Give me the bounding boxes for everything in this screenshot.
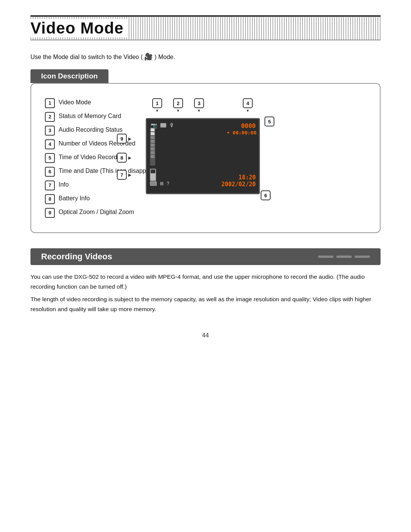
cam-timer-display: • 00:00:00: [227, 130, 256, 136]
callout-5: 5: [264, 117, 274, 126]
callout-7: 7: [117, 170, 127, 180]
header-dashes: [318, 256, 370, 258]
recording-body-1: You can use the DXG-502 to record a vide…: [30, 272, 381, 291]
icon-badge-8: 8: [45, 194, 55, 204]
icon-badge-1: 1: [45, 98, 55, 108]
callout-2: 2: [173, 98, 183, 108]
intro-text: Use the Mode dial to switch to the Video…: [30, 53, 381, 61]
cam-count-display: 0000: [241, 122, 256, 129]
cam-mic-icon: 🎙: [169, 122, 175, 128]
icon-label-8: Battery Info: [59, 194, 90, 203]
callout-9: 9: [117, 134, 127, 144]
callout-6: 6: [261, 190, 271, 200]
icon-description-box: 1 2 3 4 5 6 7: [30, 83, 381, 233]
list-item: 8 Battery Info: [45, 194, 366, 204]
icon-description-header: Icon Description: [30, 69, 108, 83]
icon-label-9: Optical Zoom / Digital Zoom: [59, 208, 134, 216]
camera-screen: 📷 🎙 0000 • 00:00:00: [146, 118, 260, 194]
icon-label-5: Time of Video Recorded: [59, 153, 124, 161]
icon-badge-2: 2: [45, 112, 55, 122]
page-title-bar: Video Mode: [30, 15, 381, 40]
icon-badge-4: 4: [45, 139, 55, 149]
icon-badge-5: 5: [45, 153, 55, 163]
list-item: 9 Optical Zoom / Digital Zoom: [45, 208, 366, 218]
page-number: 44: [30, 332, 381, 339]
recording-videos-section: Recording Videos You can use the DXG-502…: [30, 248, 381, 314]
icon-label-2: Status of Memory Card: [59, 112, 121, 120]
cam-bottom-icons: ⊞ ?: [150, 181, 169, 186]
video-cam-icon: 🎥: [144, 53, 153, 61]
callout-8: 8: [117, 153, 127, 163]
icon-badge-3: 3: [45, 126, 55, 136]
page-title: Video Mode: [30, 19, 128, 37]
cam-memory-icon: [160, 123, 166, 128]
recording-body-2: The length of video recording is subject…: [30, 294, 381, 314]
callout-4: 4: [243, 98, 253, 108]
icon-badge-9: 9: [45, 208, 55, 218]
icon-label-7: Info: [59, 181, 69, 189]
icon-label-3: Audio Recording Status: [59, 126, 123, 134]
icon-badge-6: 6: [45, 167, 55, 177]
callout-3: 3: [194, 98, 204, 108]
icon-badge-7: 7: [45, 181, 55, 190]
cam-datetime-display: 18:20 2002/02/20: [221, 174, 256, 188]
recording-videos-header: Recording Videos: [30, 248, 381, 265]
icon-label-1: Video Mode: [59, 98, 91, 107]
callout-1: 1: [152, 98, 162, 108]
cam-zoom-bar: [150, 128, 155, 166]
cam-battery-icon: [150, 169, 156, 181]
icon-description-section: Icon Description: [30, 69, 381, 233]
recording-videos-body: You can use the DXG-502 to record a vide…: [30, 272, 381, 314]
list-item: 1 Video Mode: [45, 98, 366, 108]
